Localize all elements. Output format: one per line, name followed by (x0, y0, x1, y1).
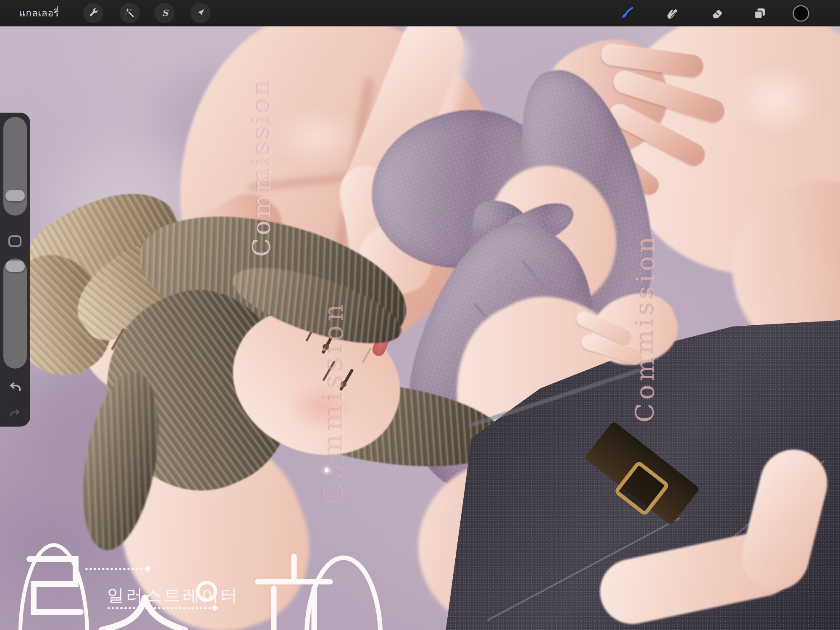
undo-arrow-icon (8, 380, 22, 396)
selection-button[interactable]: S (155, 3, 175, 23)
adjustments-button[interactable] (120, 3, 140, 23)
opacity-slider[interactable] (3, 258, 27, 369)
magic-wand-icon (124, 8, 135, 18)
modify-button[interactable] (8, 235, 21, 247)
brush-size-handle[interactable] (5, 190, 25, 201)
earring-sparkle (325, 468, 329, 472)
redo-arrow-icon (9, 407, 21, 422)
actions-button[interactable] (83, 3, 103, 23)
gallery-button[interactable]: แกลเลอรี่ (19, 0, 59, 26)
opacity-handle[interactable] (5, 261, 25, 272)
woman-iris (323, 344, 329, 350)
smudge-button[interactable] (664, 5, 680, 21)
pec-highlight (269, 106, 365, 169)
knee-highlight (731, 64, 823, 135)
eraser-button[interactable] (709, 5, 725, 21)
woman-iris (341, 381, 346, 387)
svg-text:S: S (162, 8, 169, 18)
eraser-icon (710, 6, 724, 21)
transform-button[interactable] (190, 3, 210, 23)
brush-sidebar (0, 113, 30, 427)
layers-icon (753, 6, 767, 21)
cheek-blush (290, 383, 353, 430)
color-swatch-icon (792, 4, 810, 23)
paint-brush-button[interactable] (619, 5, 635, 21)
layers-button[interactable] (752, 5, 768, 21)
brush-size-slider[interactable] (3, 117, 27, 216)
smudge-finger-icon (665, 6, 680, 21)
redo-button[interactable] (8, 407, 23, 422)
transform-arrow-icon (195, 8, 206, 18)
wrench-icon (88, 8, 99, 18)
paint-brush-icon (619, 6, 634, 21)
drawing-canvas[interactable]: Commission Commission Commission 일러스트레이터 (0, 26, 840, 630)
color-button[interactable] (793, 5, 809, 21)
selection-s-icon: S (159, 8, 170, 18)
undo-button[interactable] (8, 381, 23, 396)
top-toolbar: แกลเลอรี่ S (0, 0, 840, 26)
procreate-window: Commission Commission Commission 일러스트레이터 (0, 0, 840, 630)
